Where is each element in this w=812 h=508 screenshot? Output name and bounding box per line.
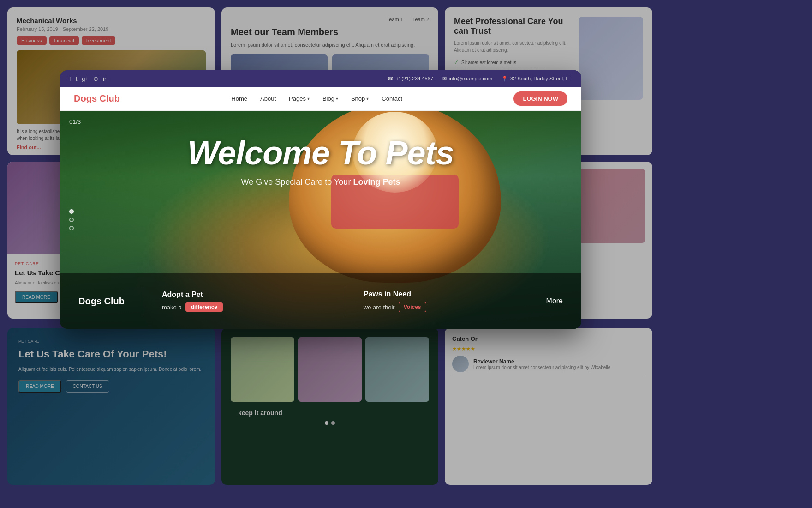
card-tc-title: Meet our Team Members bbox=[231, 27, 429, 37]
nav-blog[interactable]: Blog bbox=[322, 95, 338, 102]
br-stars: ★★★★★ bbox=[452, 346, 645, 352]
bottom-strip: Dogs Club Adopt a Pet make a difference … bbox=[60, 273, 581, 329]
main-popup: f t g+ ⊕ in ☎ +1(21) 234 4567 ✉ info@exa… bbox=[60, 70, 581, 329]
nav-pages[interactable]: Pages bbox=[289, 95, 310, 102]
nav-contact[interactable]: Contact bbox=[382, 95, 402, 102]
address-text: 32 South, Harley Street, F - bbox=[510, 76, 572, 81]
paws-subtitle: we are their Voices bbox=[364, 302, 528, 312]
hero-subtitle-start: We Give Special Care to Your bbox=[241, 177, 353, 187]
hero-subtitle-bold: Loving Pets bbox=[353, 177, 400, 187]
card-tr-check-1: ✓ Sit amet est lorem a metus bbox=[454, 59, 571, 66]
slide-dots bbox=[69, 209, 74, 230]
card-tl-date: February 15, 2019 - September 22, 2019 bbox=[17, 26, 206, 32]
bl-label: PET CARE bbox=[18, 339, 204, 344]
paws-title: Paws in Need bbox=[364, 290, 528, 298]
adopt-sub-text: make a bbox=[162, 304, 182, 311]
bl-read-button[interactable]: READ MORE bbox=[18, 380, 61, 393]
bc-img-1 bbox=[231, 337, 294, 402]
adopt-title: Adopt a Pet bbox=[162, 290, 326, 299]
googleplus-icon[interactable]: g+ bbox=[82, 75, 89, 82]
avatar-1 bbox=[452, 356, 469, 372]
hero-section: 01/3 Welcome To Pets We Give Special Car… bbox=[60, 111, 581, 329]
email-icon: ✉ bbox=[442, 76, 447, 82]
bc-text-area: keep it around bbox=[231, 402, 429, 462]
card-tr-image bbox=[579, 17, 643, 100]
bc-img-2 bbox=[298, 337, 362, 402]
login-button[interactable]: LOGIN NOW bbox=[513, 91, 567, 106]
read-more-button[interactable]: READ MORE bbox=[15, 291, 58, 303]
hero-main-title: Welcome To Pets bbox=[60, 134, 581, 172]
facebook-icon[interactable]: f bbox=[69, 75, 71, 82]
bc-dot-1 bbox=[325, 421, 328, 425]
bc-img-3 bbox=[365, 337, 429, 402]
card-tc-nav: Team 1 Team 2 bbox=[231, 17, 429, 22]
bl-title: Let Us Take Care Of Your Pets! bbox=[18, 348, 204, 360]
slide-dot-2[interactable] bbox=[69, 218, 74, 222]
phone-info: ☎ +1(21) 234 4567 bbox=[387, 76, 433, 82]
bg-card-bottom-right: Catch On ★★★★★ Reviewer Name Lorem ipsum… bbox=[445, 328, 652, 485]
bl-contact-button[interactable]: CONTACT US bbox=[66, 380, 109, 393]
nav-about[interactable]: About bbox=[260, 95, 276, 102]
social-links: f t g+ ⊕ in bbox=[69, 75, 107, 82]
reviewer-name-1: Reviewer Name bbox=[473, 358, 610, 365]
divider-2 bbox=[345, 287, 345, 315]
tag-business: Business bbox=[17, 36, 47, 45]
nav-bar: Dogs Club Home About Pages Blog Shop Con… bbox=[60, 87, 581, 111]
nav-shop[interactable]: Shop bbox=[351, 95, 369, 102]
card-tr-body: Lorem ipsum dolor sit amet, consectetur … bbox=[454, 40, 571, 54]
difference-badge: difference bbox=[185, 302, 223, 312]
slide-counter: 01/3 bbox=[69, 118, 81, 125]
phone-icon: ☎ bbox=[387, 76, 394, 82]
email-info: ✉ info@example.com bbox=[442, 76, 492, 82]
nav-team2: Team 2 bbox=[412, 17, 429, 22]
contact-info: ☎ +1(21) 234 4567 ✉ info@example.com 📍 3… bbox=[387, 76, 572, 82]
bc-dots bbox=[238, 421, 422, 425]
location-icon: 📍 bbox=[502, 76, 508, 82]
phone-number: +1(21) 234 4567 bbox=[396, 76, 433, 81]
slide-dot-1[interactable] bbox=[69, 209, 74, 214]
br-review-1: Reviewer Name Lorem ipsum dolor sit amet… bbox=[473, 358, 610, 370]
linkedin-icon[interactable]: in bbox=[103, 75, 107, 82]
nav-home[interactable]: Home bbox=[231, 95, 247, 102]
bc-title: keep it around bbox=[238, 409, 422, 417]
divider-1 bbox=[143, 287, 143, 315]
site-logo[interactable]: Dogs Club bbox=[74, 93, 120, 104]
slide-dot-3[interactable] bbox=[69, 226, 74, 230]
voices-badge: Voices bbox=[399, 302, 426, 312]
card-tl-tags: Business Financial Investment bbox=[17, 36, 206, 45]
nav-links: Home About Pages Blog Shop Contact bbox=[231, 95, 402, 102]
bc-dot-2 bbox=[331, 421, 335, 425]
reviewer-text-1: Lorem ipsum dolor sit amet consectetur a… bbox=[473, 365, 610, 370]
br-item-1: Reviewer Name Lorem ipsum dolor sit amet… bbox=[452, 352, 645, 376]
br-title: Catch On bbox=[452, 335, 645, 342]
paws-sub-text: we are their bbox=[364, 304, 395, 311]
adopt-subtitle: make a difference bbox=[162, 302, 326, 312]
bottom-brand: Dogs Club bbox=[78, 296, 125, 307]
tag-financial: Financial bbox=[49, 36, 79, 45]
paws-section: Paws in Need we are their Voices bbox=[364, 290, 528, 312]
twitter-icon[interactable]: t bbox=[76, 75, 78, 82]
bl-buttons: READ MORE CONTACT US bbox=[18, 380, 204, 393]
tag-investment: Investment bbox=[82, 36, 116, 45]
address-info: 📍 32 South, Harley Street, F - bbox=[502, 76, 572, 82]
bl-text: Aliquam et facilisis duis. Pellentesque … bbox=[18, 366, 204, 373]
hero-subtitle: We Give Special Care to Your Loving Pets bbox=[60, 177, 581, 187]
check-icon-1: ✓ bbox=[454, 59, 459, 66]
bc-images bbox=[231, 337, 429, 402]
bg-card-bottom-left: PET CARE Let Us Take Care Of Your Pets! … bbox=[7, 328, 215, 485]
nav-team1: Team 1 bbox=[387, 17, 403, 22]
adopt-section: Adopt a Pet make a difference bbox=[162, 290, 326, 312]
instagram-icon[interactable]: ⊕ bbox=[93, 75, 98, 82]
more-link[interactable]: More bbox=[546, 297, 563, 305]
top-bar: f t g+ ⊕ in ☎ +1(21) 234 4567 ✉ info@exa… bbox=[60, 70, 581, 87]
card-tl-title: Mechanical Works bbox=[17, 17, 206, 24]
card-tr-title: Meet Professional Care You can Trust bbox=[454, 17, 571, 36]
bg-card-bottom-center: keep it around bbox=[221, 328, 438, 485]
check-text-1: Sit amet est lorem a metus bbox=[461, 60, 516, 65]
email-address: info@example.com bbox=[449, 76, 492, 81]
hero-text-container: Welcome To Pets We Give Special Care to … bbox=[60, 134, 581, 187]
card-tc-subtitle: Lorem ipsum dolor sit amet, consectetur … bbox=[231, 41, 429, 49]
